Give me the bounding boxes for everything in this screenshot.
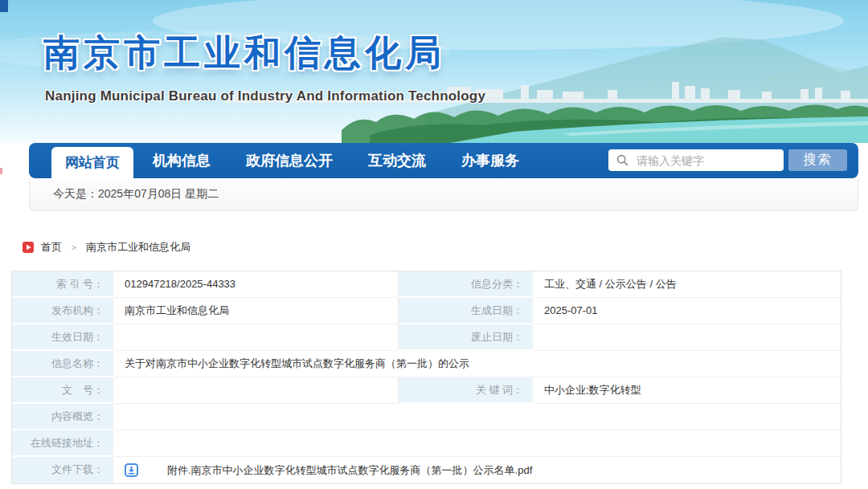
attachment-link[interactable]: 附件.南京市中小企业数字化转型城市试点数字化服务商（第一批）公示名单.pdf: [167, 458, 532, 483]
file-download-label: 文件下载：: [12, 457, 113, 483]
online-link-value: [113, 430, 841, 457]
site-subtitle-english: Nanjing Municipal Bureau of Industry And…: [45, 88, 485, 104]
index-number-label: 索 引 号：: [12, 271, 113, 298]
info-category-value: 工业、交通 / 公示公告 / 公告: [533, 271, 841, 298]
document-number-value: [113, 377, 399, 404]
expiry-date-value: [533, 324, 841, 351]
page: 南京市工业和信息化局 Nanjing Municipal Bureau of I…: [0, 0, 868, 489]
search-box: [608, 149, 784, 171]
date-bar: 今天是：2025年07月08日 星期二: [29, 178, 858, 211]
table-row: 在线链接地址：: [12, 430, 841, 457]
publish-date-label: 生成日期：: [399, 298, 533, 324]
table-row: 文件下载： 附件.南京市中小企业数字化转型城市试点数字化服务商（第一批）公示名单…: [12, 457, 841, 483]
breadcrumb-current[interactable]: 南京市工业和信息化局: [86, 240, 190, 255]
publisher-value: 南京市工业和信息化局: [113, 298, 399, 324]
effective-date-value: [113, 324, 399, 351]
download-icon[interactable]: [125, 463, 138, 477]
breadcrumb: 首页 ＞ 南京市工业和信息化局: [23, 240, 190, 255]
search-area: 搜索: [608, 149, 847, 171]
main-nav: 网站首页 机构信息 政府信息公开 互动交流 办事服务 搜索: [29, 143, 858, 178]
table-row: 信息名称： 关于对南京市中小企业数字化转型城市试点数字化服务商（第一批）的公示: [12, 351, 841, 377]
keywords-value: 中小企业;数字化转型: [533, 377, 841, 404]
info-category-label: 信息分类：: [399, 271, 533, 298]
corner-accent: [0, 0, 8, 12]
online-link-label: 在线链接地址：: [12, 430, 113, 457]
content-overview-label: 内容概览：: [12, 404, 113, 430]
content-overview-value: [113, 404, 841, 430]
publish-date-value: 2025-07-01: [533, 298, 841, 324]
search-button[interactable]: 搜索: [788, 149, 847, 171]
index-number-value: 012947218/2025-44333: [113, 271, 399, 298]
info-title-value: 关于对南京市中小企业数字化转型城市试点数字化服务商（第一批）的公示: [113, 351, 841, 377]
table-row: 生效日期： 废止日期：: [12, 324, 841, 351]
effective-date-label: 生效日期：: [12, 324, 113, 351]
search-icon: [616, 154, 628, 166]
table-row: 内容概览：: [12, 404, 841, 430]
tab-organization-info[interactable]: 机构信息: [135, 143, 228, 178]
left-edge-mark: [0, 168, 2, 174]
search-input[interactable]: [635, 153, 784, 168]
tab-home[interactable]: 网站首页: [51, 147, 133, 178]
tab-government-info-disclosure[interactable]: 政府信息公开: [228, 143, 350, 178]
info-table: 索 引 号： 012947218/2025-44333 信息分类： 工业、交通 …: [11, 271, 841, 484]
table-row: 发布机构： 南京市工业和信息化局 生成日期： 2025-07-01: [12, 298, 841, 324]
info-title-label: 信息名称：: [12, 351, 113, 377]
table-row: 索 引 号： 012947218/2025-44333 信息分类： 工业、交通 …: [12, 271, 841, 298]
breadcrumb-home[interactable]: 首页: [41, 240, 62, 255]
keywords-label: 关 键 词：: [399, 377, 533, 404]
tab-interaction[interactable]: 互动交流: [350, 143, 444, 178]
document-number-label: 文 号：: [12, 377, 113, 404]
date-text: 今天是：2025年07月08日 星期二: [53, 187, 219, 200]
home-play-icon: [23, 242, 34, 253]
publisher-label: 发布机构：: [12, 298, 113, 324]
expiry-date-label: 废止日期：: [399, 324, 533, 351]
site-title: 南京市工业和信息化局: [43, 29, 445, 77]
tab-services[interactable]: 办事服务: [444, 143, 537, 178]
site-banner: 南京市工业和信息化局 Nanjing Municipal Bureau of I…: [0, 0, 868, 143]
table-row: 文 号： 关 键 词： 中小企业;数字化转型: [12, 377, 841, 404]
breadcrumb-separator: ＞: [69, 241, 79, 255]
file-download-cell: 附件.南京市中小企业数字化转型城市试点数字化服务商（第一批）公示名单.pdf: [113, 457, 841, 483]
